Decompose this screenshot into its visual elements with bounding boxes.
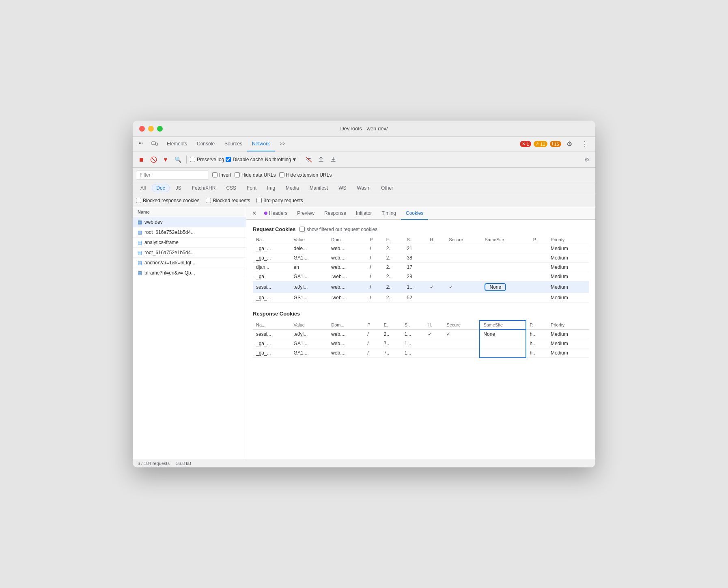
type-tab-other[interactable]: Other [377,184,398,192]
type-tab-img[interactable]: Img [263,184,280,192]
table-row[interactable]: sessi... .eJyl... web.... / 2.. 1... ✓ ✓… [253,329,589,339]
filter-toggle-button[interactable]: ▼ [160,154,171,165]
show-filtered-checkbox[interactable] [299,227,305,232]
cursor-icon[interactable] [136,138,147,150]
network-settings-icon[interactable]: ⚙ [582,154,592,165]
file-item-root-2[interactable]: ▤ root_616a752e1b5d4... [133,248,246,258]
type-filter-bar: All Doc JS Fetch/XHR CSS Font Img Media … [133,182,595,194]
blocked-requests-label[interactable]: Blocked requests [213,198,250,203]
col-domain-r: Dom... [328,320,364,329]
file-item-root-1[interactable]: ▤ root_616a752e1b5d4... [133,227,246,238]
tab-console[interactable]: Console [192,137,220,151]
cookie-httponly: ✓ [426,281,446,293]
tab-elements[interactable]: Elements [162,137,192,151]
type-tab-manifest[interactable]: Manifest [305,184,332,192]
search-button[interactable]: 🔍 [172,154,183,165]
col-domain: Dom... [328,236,366,244]
cookie-name: sessi... [253,329,291,339]
cookie-size: 1... [404,281,427,293]
table-row[interactable]: djan... en web.... / 2.. 17 [253,263,589,272]
invert-checkbox[interactable] [212,172,218,177]
type-tab-wasm[interactable]: Wasm [353,184,375,192]
stop-recording-button[interactable]: ⏹ [136,154,146,165]
download-icon[interactable] [328,154,338,165]
panel-tab-preview[interactable]: Preview [292,208,319,220]
type-tab-all[interactable]: All [136,184,150,192]
col-expires: E. [383,236,404,244]
tab-sources[interactable]: Sources [220,137,247,151]
settings-icon[interactable]: ⚙ [564,138,575,150]
panel-tab-response[interactable]: Response [319,208,351,220]
table-row[interactable]: _ga_... dele... web.... / 2.. 21 [253,244,589,253]
hide-extension-checkbox[interactable] [279,172,284,177]
cookie-value: GA1.... [291,339,328,348]
file-item-bframe[interactable]: ▤ bframe?hl=en&v=-Qb... [133,268,246,278]
table-row[interactable]: _ga GA1.... .web.... / 2.. 28 [253,272,589,281]
type-tab-font[interactable]: Font [242,184,261,192]
cookie-expires: 2.. [383,281,404,293]
blocked-requests-checkbox[interactable] [206,198,211,203]
more-options-icon[interactable]: ⋮ [579,138,590,150]
panel-tab-cookies[interactable]: Cookies [401,208,428,220]
table-row[interactable]: _ga_... GA1.... web.... / 2.. 38 [253,253,589,263]
hide-extension-label[interactable]: Hide extension URLs [286,172,332,178]
hide-data-urls-label[interactable]: Hide data URLs [241,172,276,178]
cookie-secure [443,348,480,358]
cookie-samesite [481,293,530,303]
clear-button[interactable]: 🚫 [148,154,159,165]
cookie-value: dele... [291,244,328,253]
disable-cache-label[interactable]: Disable cache [233,157,263,162]
table-row[interactable]: _ga_... GS1... .web.... / 2.. 52 [253,293,589,303]
cookie-size: 21 [404,244,427,253]
table-row[interactable]: _ga_... GA1.... web.... / 7.. 1... [253,348,589,358]
cookie-path: / [366,272,383,281]
cookie-path: / [364,348,381,358]
file-item-anchor[interactable]: ▤ anchor?ar=1&k=6Lfqf... [133,258,246,268]
table-row[interactable]: _ga_... GA1.... web.... / 7.. 1... [253,339,589,348]
table-row-highlighted[interactable]: sessi... .eJyl... web.... / 2.. 1... ✓ ✓ [253,281,589,293]
type-tab-ws[interactable]: WS [334,184,351,192]
cookie-priority: Medium [547,329,589,339]
cookie-p [530,263,547,272]
preserve-log-label[interactable]: Preserve log [197,157,224,162]
hide-data-urls-checkbox[interactable] [235,172,240,177]
type-tab-media[interactable]: Media [281,184,304,192]
devtools-body: Elements Console Sources Network >> ✕ 1 [133,137,595,467]
type-tab-doc[interactable]: Doc [152,184,169,192]
disable-cache-checkbox[interactable] [226,157,231,162]
cookie-expires: 2.. [381,329,401,339]
panel-close-button[interactable]: ✕ [250,207,259,219]
third-party-requests-checkbox[interactable] [256,198,262,203]
tab-network[interactable]: Network [247,137,275,151]
filter-bar: Invert Hide data URLs Hide extension URL… [133,168,595,182]
panel-tab-timing[interactable]: Timing [377,208,401,220]
wifi-icon[interactable] [304,154,314,165]
maximize-button[interactable] [157,126,163,132]
panel-content: Request Cookies show filtered out reques… [246,220,595,459]
cookie-name: djan... [253,263,291,272]
preserve-log-checkbox[interactable] [190,157,195,162]
cookie-httponly [424,339,444,348]
file-item-analytics[interactable]: ▤ analytics-iframe [133,238,246,248]
invert-label[interactable]: Invert [219,172,231,178]
close-button[interactable] [139,126,145,132]
error-badge: ✕ 1 [520,141,531,147]
throttle-select[interactable]: No throttling ▼ [265,157,297,162]
type-tab-fetch-xhr[interactable]: Fetch/XHR [187,184,220,192]
third-party-label[interactable]: 3rd-party requests [263,198,303,203]
cookie-samesite [481,272,530,281]
blocked-response-checkbox[interactable] [136,198,141,203]
file-item-webdev[interactable]: ▤ web.dev [133,217,246,227]
minimize-button[interactable] [148,126,154,132]
upload-icon[interactable] [316,154,326,165]
col-secure: Secure [446,236,481,244]
blocked-response-label[interactable]: Blocked response cookies [143,198,199,203]
type-tab-js[interactable]: JS [171,184,186,192]
cookie-value: en [291,263,328,272]
device-toggle-icon[interactable] [149,138,160,150]
tab-more[interactable]: >> [275,137,290,151]
panel-tab-initiator[interactable]: Initiator [351,208,377,220]
panel-tab-headers[interactable]: Headers [259,208,292,220]
filter-input[interactable] [136,171,209,179]
type-tab-css[interactable]: CSS [222,184,241,192]
